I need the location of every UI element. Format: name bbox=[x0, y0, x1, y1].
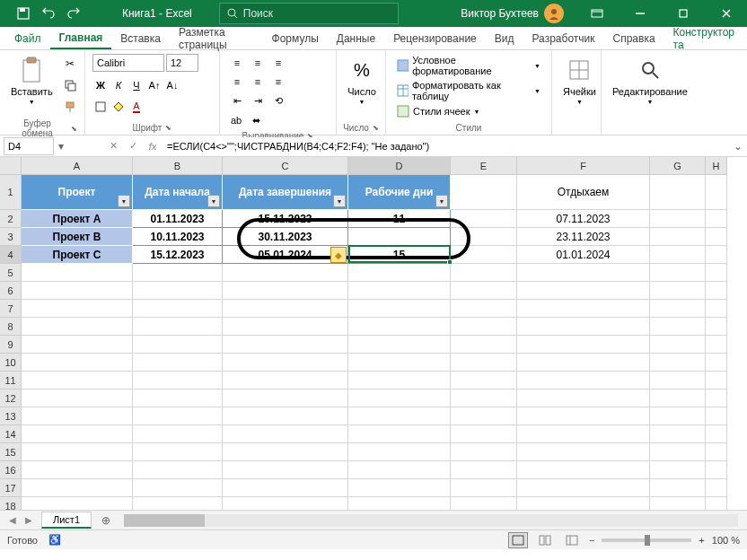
cell[interactable] bbox=[706, 336, 727, 354]
redo-icon[interactable] bbox=[65, 4, 83, 22]
cell[interactable] bbox=[348, 443, 451, 461]
cell[interactable] bbox=[223, 318, 348, 336]
tab-insert[interactable]: Вставка bbox=[111, 27, 170, 49]
cell[interactable] bbox=[650, 461, 706, 479]
paste-button[interactable]: Вставить ▼ bbox=[7, 54, 57, 107]
column-header[interactable]: C bbox=[223, 157, 348, 175]
row-header[interactable]: 8 bbox=[0, 318, 22, 336]
cell[interactable] bbox=[517, 318, 650, 336]
cell[interactable] bbox=[517, 497, 650, 510]
row-header[interactable]: 12 bbox=[0, 389, 22, 407]
cell[interactable] bbox=[451, 443, 517, 461]
cell[interactable] bbox=[451, 461, 517, 479]
enter-formula-icon[interactable]: ✓ bbox=[124, 137, 142, 155]
cell[interactable] bbox=[706, 497, 727, 510]
copy-icon[interactable] bbox=[60, 75, 80, 95]
cell[interactable] bbox=[706, 246, 727, 264]
row-header[interactable]: 9 bbox=[0, 336, 22, 354]
accessibility-icon[interactable]: ♿ bbox=[48, 534, 61, 546]
cell[interactable] bbox=[223, 264, 348, 282]
zoom-out-icon[interactable]: − bbox=[589, 535, 594, 546]
cell[interactable]: Проект C bbox=[22, 246, 133, 264]
font-color-icon[interactable]: A bbox=[128, 99, 145, 115]
cell[interactable] bbox=[706, 175, 727, 210]
cell[interactable] bbox=[22, 300, 133, 318]
row-header[interactable]: 16 bbox=[0, 461, 22, 479]
cell[interactable] bbox=[517, 461, 650, 479]
cell[interactable] bbox=[133, 282, 223, 300]
tab-file[interactable]: Файл bbox=[5, 27, 50, 49]
cell[interactable] bbox=[706, 354, 727, 372]
cell[interactable] bbox=[451, 318, 517, 336]
tab-layout[interactable]: Разметка страницы bbox=[170, 27, 263, 49]
cell[interactable] bbox=[451, 246, 517, 264]
cell[interactable] bbox=[223, 461, 348, 479]
tab-view[interactable]: Вид bbox=[486, 27, 523, 49]
cell[interactable] bbox=[650, 479, 706, 497]
editing-button[interactable]: Редактирование ▼ bbox=[609, 54, 691, 107]
cell[interactable]: Рабочие дни▼ bbox=[348, 175, 451, 210]
cell[interactable]: 10.11.2023 bbox=[133, 228, 223, 246]
cell[interactable] bbox=[223, 479, 348, 497]
decrease-indent-icon[interactable]: ⇤ bbox=[227, 92, 247, 109]
filter-dropdown-icon[interactable]: ▼ bbox=[118, 195, 130, 207]
ribbon-display-icon[interactable] bbox=[576, 0, 618, 27]
cell[interactable] bbox=[348, 461, 451, 479]
cell[interactable] bbox=[517, 389, 650, 407]
cell[interactable] bbox=[451, 407, 517, 425]
cell[interactable] bbox=[22, 264, 133, 282]
page-break-view-icon[interactable] bbox=[562, 532, 582, 548]
row-header[interactable]: 6 bbox=[0, 282, 22, 300]
cell[interactable] bbox=[706, 282, 727, 300]
fill-handle[interactable] bbox=[447, 259, 453, 265]
cell[interactable] bbox=[706, 318, 727, 336]
orientation-icon[interactable]: ⟲ bbox=[268, 92, 288, 109]
cell[interactable]: 15 bbox=[348, 246, 451, 264]
font-name-input[interactable] bbox=[92, 54, 164, 72]
formula-input[interactable] bbox=[162, 137, 729, 155]
decrease-font-icon[interactable]: A↓ bbox=[164, 77, 180, 93]
cell[interactable] bbox=[650, 228, 706, 246]
cell[interactable] bbox=[133, 336, 223, 354]
cell[interactable] bbox=[223, 425, 348, 443]
cell[interactable] bbox=[451, 425, 517, 443]
cell[interactable] bbox=[22, 497, 133, 510]
sheet-nav-next-icon[interactable]: ▶ bbox=[22, 513, 36, 528]
cell[interactable] bbox=[133, 461, 223, 479]
cell[interactable] bbox=[133, 300, 223, 318]
sheet-nav-prev-icon[interactable]: ◀ bbox=[5, 513, 20, 528]
cell[interactable] bbox=[517, 282, 650, 300]
cell[interactable] bbox=[650, 425, 706, 443]
cell[interactable]: Дата завершения▼ bbox=[223, 175, 348, 210]
cell[interactable] bbox=[348, 389, 451, 407]
row-header[interactable]: 5 bbox=[0, 264, 22, 282]
cell[interactable] bbox=[706, 479, 727, 497]
cell[interactable] bbox=[223, 336, 348, 354]
cell[interactable] bbox=[650, 443, 706, 461]
page-layout-view-icon[interactable] bbox=[535, 532, 555, 548]
cell[interactable]: 15.12.2023 bbox=[133, 246, 223, 264]
cell[interactable] bbox=[223, 282, 348, 300]
underline-button[interactable]: Ч bbox=[128, 77, 145, 93]
cell[interactable] bbox=[517, 407, 650, 425]
cell[interactable] bbox=[223, 443, 348, 461]
cell[interactable] bbox=[223, 407, 348, 425]
cell[interactable] bbox=[517, 425, 650, 443]
save-icon[interactable] bbox=[14, 4, 32, 22]
merge-icon[interactable]: ⬌ bbox=[249, 111, 264, 129]
cell[interactable] bbox=[706, 443, 727, 461]
column-header[interactable]: B bbox=[133, 157, 223, 175]
row-header[interactable]: 18 bbox=[0, 497, 22, 510]
align-bottom-icon[interactable]: ≡ bbox=[268, 54, 288, 72]
cell[interactable] bbox=[517, 336, 650, 354]
filter-dropdown-icon[interactable]: ▼ bbox=[207, 195, 220, 207]
borders-icon[interactable] bbox=[92, 99, 109, 115]
column-header[interactable]: A bbox=[22, 157, 133, 175]
cell[interactable] bbox=[650, 300, 706, 318]
filter-dropdown-icon[interactable]: ▼ bbox=[435, 195, 448, 207]
align-center-icon[interactable]: ≡ bbox=[248, 73, 268, 91]
cell[interactable] bbox=[22, 389, 133, 407]
cell[interactable] bbox=[133, 425, 223, 443]
cell[interactable] bbox=[348, 264, 451, 282]
font-size-input[interactable] bbox=[166, 54, 198, 72]
